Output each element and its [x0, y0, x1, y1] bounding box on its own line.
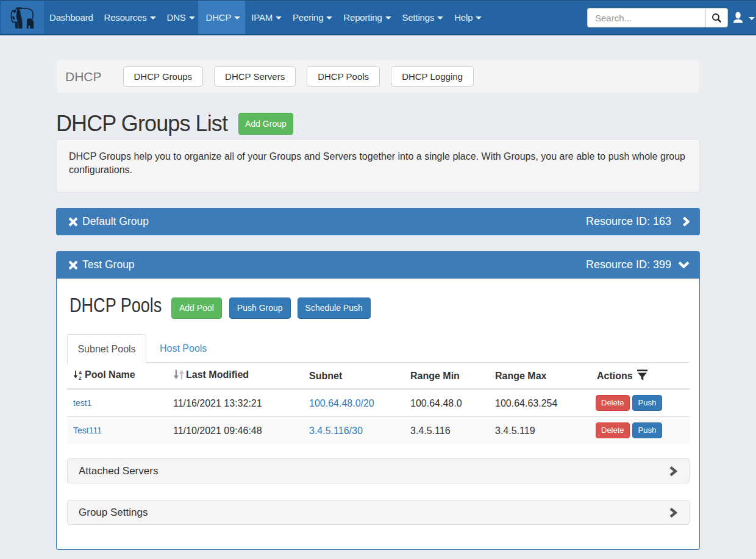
svg-text:Z: Z: [79, 375, 82, 380]
